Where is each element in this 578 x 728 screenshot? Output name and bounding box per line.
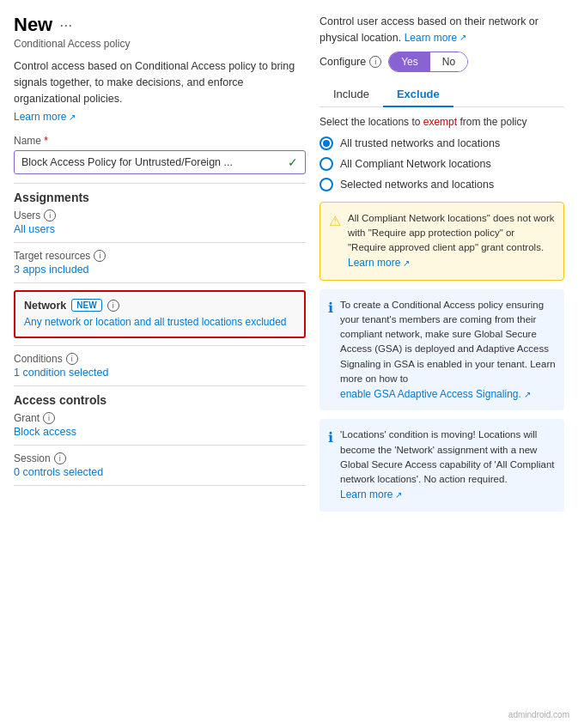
radio-circle-1 bbox=[319, 136, 333, 150]
info-box-icon-1: ℹ bbox=[328, 298, 333, 403]
info2-learn-more-link[interactable]: Learn more bbox=[340, 487, 402, 502]
info-text-1: To create a Conditional Access policy en… bbox=[340, 298, 556, 403]
target-resources-label: Target resources i bbox=[14, 250, 306, 262]
target-resources-section: Target resources i 3 apps included bbox=[14, 250, 306, 276]
warning-icon: ⚠ bbox=[329, 211, 341, 271]
conditions-section: Conditions i 1 condition selected bbox=[14, 353, 306, 379]
divider-7 bbox=[14, 485, 306, 486]
warning-learn-more-link[interactable]: Learn more bbox=[348, 255, 410, 270]
divider-1 bbox=[14, 183, 306, 184]
network-label: Network bbox=[24, 300, 66, 312]
info-box-1: ℹ To create a Conditional Access policy … bbox=[319, 289, 564, 411]
network-header: Network NEW i bbox=[24, 299, 295, 312]
divider-2 bbox=[14, 242, 306, 243]
name-input-wrapper: ✓ bbox=[14, 150, 306, 174]
users-section: Users i All users bbox=[14, 209, 306, 235]
radio-circle-2 bbox=[319, 157, 333, 171]
network-section[interactable]: Network NEW i Any network or location an… bbox=[14, 290, 306, 338]
divider-6 bbox=[14, 445, 306, 446]
page-title: New bbox=[14, 14, 52, 36]
grant-section: Grant i Block access bbox=[14, 412, 306, 438]
configure-label: Configure i bbox=[319, 56, 381, 68]
radio-selected-networks[interactable]: Selected networks and locations bbox=[319, 178, 564, 191]
radio-circle-3 bbox=[319, 178, 333, 191]
access-controls-heading: Access controls bbox=[14, 393, 306, 407]
grant-label: Grant i bbox=[14, 412, 306, 424]
grant-info-icon[interactable]: i bbox=[43, 412, 55, 424]
left-learn-more-link[interactable]: Learn more bbox=[14, 111, 76, 123]
ellipsis-menu-button[interactable]: ··· bbox=[59, 16, 72, 34]
radio-label-3: Selected networks and locations bbox=[340, 179, 494, 191]
left-panel: New ··· Conditional Access policy Contro… bbox=[14, 14, 306, 520]
users-value[interactable]: All users bbox=[14, 223, 306, 235]
conditions-label: Conditions i bbox=[14, 353, 306, 365]
info-box-2: ℹ 'Locations' condition is moving! Locat… bbox=[319, 419, 564, 511]
radio-label-1: All trusted networks and locations bbox=[340, 137, 500, 149]
warning-box: ⚠ All Compliant Network locations" does … bbox=[319, 202, 564, 281]
conditions-info-icon[interactable]: i bbox=[66, 353, 78, 365]
session-label: Session i bbox=[14, 452, 306, 464]
toggle-no-button[interactable]: No bbox=[430, 52, 467, 71]
radio-compliant-network[interactable]: All Compliant Network locations bbox=[319, 157, 564, 171]
tab-exclude[interactable]: Exclude bbox=[383, 82, 453, 107]
radio-group: All trusted networks and locations All C… bbox=[319, 136, 564, 191]
users-label: Users i bbox=[14, 209, 306, 221]
divider-5 bbox=[14, 385, 306, 386]
tab-hint: Select the locations to exempt from the … bbox=[319, 116, 564, 128]
grant-value[interactable]: Block access bbox=[14, 426, 306, 438]
radio-all-trusted[interactable]: All trusted networks and locations bbox=[319, 136, 564, 150]
right-learn-more-link[interactable]: Learn more bbox=[405, 30, 466, 46]
target-resources-info-icon[interactable]: i bbox=[94, 250, 106, 262]
info-text-2: 'Locations' condition is moving! Locatio… bbox=[340, 428, 556, 502]
toggle-yes-button[interactable]: Yes bbox=[389, 52, 430, 71]
session-section: Session i 0 controls selected bbox=[14, 452, 306, 478]
name-required: * bbox=[44, 135, 48, 147]
info-box-icon-2: ℹ bbox=[328, 428, 333, 502]
warning-text-content: All Compliant Network locations" does no… bbox=[348, 211, 555, 271]
right-description: Control user access based on their netwo… bbox=[319, 14, 564, 46]
page-subtitle: Conditional Access policy bbox=[14, 38, 306, 50]
exempt-text: exempt bbox=[423, 116, 457, 128]
configure-info-icon[interactable]: i bbox=[369, 56, 381, 68]
policy-name-input[interactable] bbox=[21, 156, 288, 168]
divider-3 bbox=[14, 282, 306, 283]
session-value[interactable]: 0 controls selected bbox=[14, 466, 306, 478]
name-check-icon: ✓ bbox=[288, 155, 298, 169]
tabs-row: Include Exclude bbox=[319, 82, 564, 107]
configure-toggle[interactable]: Yes No bbox=[388, 52, 468, 72]
network-info-icon[interactable]: i bbox=[107, 300, 119, 312]
left-description: Control access based on Conditional Acce… bbox=[14, 58, 306, 106]
name-label: Name * bbox=[14, 135, 306, 147]
right-panel: Control user access based on their netwo… bbox=[319, 14, 564, 520]
radio-label-2: All Compliant Network locations bbox=[340, 158, 491, 170]
session-info-icon[interactable]: i bbox=[54, 452, 66, 464]
watermark: admindroid.com bbox=[508, 710, 569, 719]
network-value[interactable]: Any network or location and all trusted … bbox=[24, 315, 295, 330]
configure-row: Configure i Yes No bbox=[319, 52, 564, 72]
assignments-heading: Assignments bbox=[14, 191, 306, 204]
target-resources-value[interactable]: 3 apps included bbox=[14, 264, 306, 276]
info-link-1[interactable]: enable GSA Adaptive Access Signaling. bbox=[340, 386, 531, 402]
network-new-badge: NEW bbox=[71, 299, 101, 312]
users-info-icon[interactable]: i bbox=[44, 209, 56, 221]
tab-include[interactable]: Include bbox=[319, 82, 383, 106]
divider-4 bbox=[14, 345, 306, 346]
conditions-value[interactable]: 1 condition selected bbox=[14, 367, 306, 379]
